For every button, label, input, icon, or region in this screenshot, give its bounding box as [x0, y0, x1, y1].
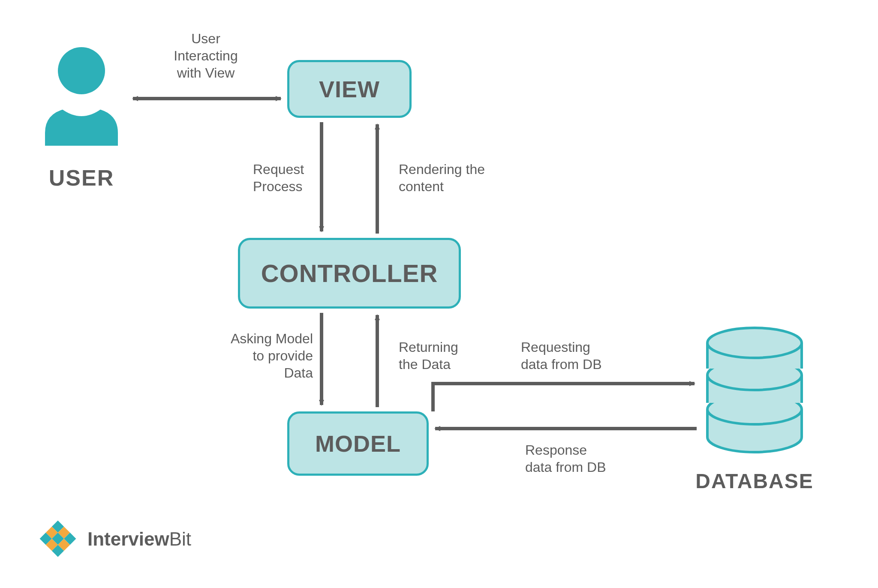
brand-logo-text: InterviewBit — [87, 528, 191, 550]
brand-logo: InterviewBit — [34, 519, 191, 559]
view-box: VIEW — [287, 60, 412, 118]
brand-logo-text-bold: Interview — [87, 528, 169, 549]
brand-logo-text-light: Bit — [169, 528, 191, 549]
database-label: DATABASE — [682, 469, 827, 493]
label-db-to-model: Response data from DB — [525, 441, 637, 476]
label-view-to-controller: Request Process — [253, 161, 322, 195]
label-controller-to-view: Rendering the content — [399, 161, 510, 195]
model-box: MODEL — [287, 411, 429, 476]
database-icon — [703, 326, 806, 454]
controller-box: CONTROLLER — [238, 238, 461, 309]
user-label: USER — [30, 165, 133, 191]
svg-point-0 — [58, 47, 105, 94]
model-box-label: MODEL — [315, 430, 401, 457]
label-controller-to-model: Asking Model to provide Data — [210, 330, 313, 381]
user-icon — [36, 43, 126, 146]
label-model-to-controller: Returning the Data — [399, 339, 484, 373]
view-box-label: VIEW — [319, 76, 380, 102]
label-user-view: User Interacting with View — [156, 30, 255, 81]
brand-logo-icon — [34, 519, 81, 559]
controller-box-label: CONTROLLER — [261, 259, 438, 288]
svg-point-13 — [707, 328, 802, 358]
label-model-to-db: Requesting data from DB — [521, 339, 632, 373]
